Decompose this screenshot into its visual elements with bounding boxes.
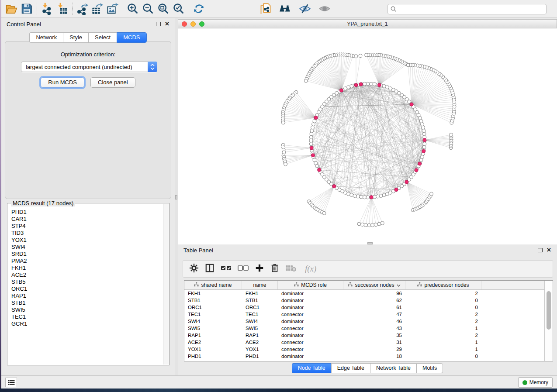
cell-successor-nodes[interactable]: 43	[343, 326, 405, 331]
cell-predecessor-nodes[interactable]: 2	[405, 319, 481, 324]
cell-shared-name[interactable]: RAP1	[184, 333, 242, 338]
search-network-icon[interactable]	[278, 2, 292, 16]
mcds-result-item[interactable]: TEC1	[11, 313, 163, 320]
table-row[interactable]: ACE2ACE2connector311	[184, 339, 544, 346]
mcds-result-item[interactable]: ACE2	[11, 272, 163, 279]
zoom-in-icon[interactable]	[125, 2, 140, 16]
mcds-result-item[interactable]: ORC1	[11, 285, 163, 292]
table-scrollbar-thumb[interactable]	[547, 291, 551, 330]
mcds-result-scrollbar[interactable]	[163, 204, 169, 364]
close-panel-button[interactable]: Close panel	[90, 77, 135, 88]
table-row[interactable]: RAP1RAP1dominator352	[184, 332, 544, 339]
cell-successor-nodes[interactable]: 96	[343, 291, 405, 296]
mcds-result-item[interactable]: STB1	[11, 299, 163, 306]
cell-name[interactable]: YOX1	[242, 347, 278, 352]
cell-name[interactable]: FKH1	[242, 291, 278, 296]
hide-selected-icon[interactable]	[298, 2, 312, 16]
cell-MCDS-role[interactable]: dominator	[278, 291, 343, 296]
cell-shared-name[interactable]: STB1	[184, 298, 242, 303]
mcds-result-list[interactable]: PHD1CAR1STP4TID3YOX1SWI4SRD1PMA2FKH1ACE2…	[8, 209, 163, 364]
run-mcds-button[interactable]: Run MCDS	[41, 77, 84, 88]
table-row[interactable]: TEC1TEC1connector472	[184, 311, 544, 318]
cell-successor-nodes[interactable]: 47	[343, 312, 405, 317]
cell-predecessor-nodes[interactable]: 1	[405, 347, 481, 352]
export-table-icon[interactable]	[90, 2, 104, 16]
mcds-result-item[interactable]: TID3	[11, 230, 163, 237]
show-all-icon[interactable]	[317, 2, 332, 16]
save-session-icon[interactable]	[19, 2, 34, 16]
cell-successor-nodes[interactable]: 61	[343, 305, 405, 310]
cell-shared-name[interactable]: SWI5	[184, 326, 242, 331]
table-row[interactable]: YOX1YOX1connector291	[184, 346, 544, 353]
tab-select[interactable]: Select	[88, 32, 117, 43]
tab-style[interactable]: Style	[63, 32, 88, 43]
table-row[interactable]: SWI5SWI5connector431	[184, 325, 544, 332]
table-row[interactable]: PHD1PHD1dominator180	[184, 353, 544, 360]
cell-name[interactable]: RAP1	[242, 333, 278, 338]
zoom-selected-icon[interactable]	[171, 2, 186, 16]
column-header-name[interactable]: name	[242, 281, 278, 289]
mcds-result-item[interactable]: SWI4	[11, 244, 163, 251]
cell-predecessor-nodes[interactable]: 0	[405, 354, 481, 359]
mcds-result-item[interactable]: FKH1	[11, 265, 163, 272]
cell-MCDS-role[interactable]: dominator	[278, 319, 343, 324]
deselect-all-check-icon[interactable]	[238, 263, 249, 275]
import-network-icon[interactable]	[39, 2, 54, 16]
column-menu-chevron-icon[interactable]	[397, 282, 401, 288]
cell-successor-nodes[interactable]: 31	[343, 340, 405, 345]
tab-mcds[interactable]: MCDS	[117, 32, 146, 43]
cell-MCDS-role[interactable]: connector	[278, 326, 343, 331]
cell-predecessor-nodes[interactable]: 1	[405, 326, 481, 331]
delete-column-icon[interactable]	[270, 263, 280, 275]
cell-name[interactable]: PHD1	[242, 354, 278, 359]
add-column-icon[interactable]	[255, 263, 264, 275]
cell-successor-nodes[interactable]: 62	[343, 298, 405, 303]
cell-MCDS-role[interactable]: dominator	[278, 333, 343, 338]
cell-successor-nodes[interactable]: 29	[343, 347, 405, 352]
cell-name[interactable]: TEC1	[242, 312, 278, 317]
search-input[interactable]	[397, 6, 546, 12]
zoom-out-icon[interactable]	[141, 2, 155, 16]
cell-shared-name[interactable]: FKH1	[184, 291, 242, 296]
cell-successor-nodes[interactable]: 46	[343, 319, 405, 324]
delete-table-icon[interactable]	[285, 263, 297, 275]
float-table-panel-icon[interactable]	[538, 248, 543, 252]
import-table-icon[interactable]	[55, 2, 69, 16]
cell-shared-name[interactable]: YOX1	[184, 347, 242, 352]
memory-button[interactable]: Memory	[518, 377, 553, 388]
cell-predecessor-nodes[interactable]: 0	[405, 305, 481, 310]
cell-successor-nodes[interactable]: 35	[343, 333, 405, 338]
tab-network[interactable]: Network	[29, 32, 63, 43]
function-builder-icon[interactable]: f(x)	[305, 264, 316, 274]
export-image-icon[interactable]	[105, 2, 120, 16]
cell-predecessor-nodes[interactable]: 2	[405, 312, 481, 317]
select-all-check-icon[interactable]	[221, 263, 232, 275]
column-header-successor-nodes[interactable]: successor nodes	[343, 281, 405, 289]
network-snapshot-icon[interactable]	[258, 2, 273, 16]
cell-shared-name[interactable]: SWI4	[184, 319, 242, 324]
close-table-panel-icon[interactable]: ✕	[547, 248, 551, 252]
export-network-icon[interactable]	[75, 2, 89, 16]
optimization-criterion-select[interactable]: largest connected component (undirected)	[21, 62, 157, 72]
network-canvas[interactable]	[178, 28, 557, 244]
cell-predecessor-nodes[interactable]: 2	[405, 291, 481, 296]
mcds-result-item[interactable]: GCR1	[11, 320, 163, 327]
cell-name[interactable]: ACE2	[242, 340, 278, 345]
table-row[interactable]: SWI4SWI4dominator462	[184, 318, 544, 325]
tab-motifs[interactable]: Motifs	[416, 363, 443, 373]
cell-name[interactable]: ORC1	[242, 305, 278, 310]
column-header-shared-name[interactable]: shared name	[184, 281, 242, 289]
cell-shared-name[interactable]: ORC1	[184, 305, 242, 310]
tab-network-table[interactable]: Network Table	[370, 363, 416, 373]
search-field[interactable]	[387, 4, 547, 14]
cell-MCDS-role[interactable]: dominator	[278, 354, 343, 359]
cell-shared-name[interactable]: TEC1	[184, 312, 242, 317]
mcds-result-item[interactable]: RAP1	[11, 292, 163, 299]
cell-MCDS-role[interactable]: connector	[278, 312, 343, 317]
table-row[interactable]: FKH1FKH1dominator962	[184, 290, 544, 297]
mcds-result-item[interactable]: PMA2	[11, 258, 163, 265]
mcds-result-item[interactable]: PHD1	[11, 209, 163, 216]
cell-MCDS-role[interactable]: connector	[278, 347, 343, 352]
mcds-result-item[interactable]: STB5	[11, 279, 163, 285]
close-panel-icon[interactable]: ✕	[165, 22, 170, 26]
